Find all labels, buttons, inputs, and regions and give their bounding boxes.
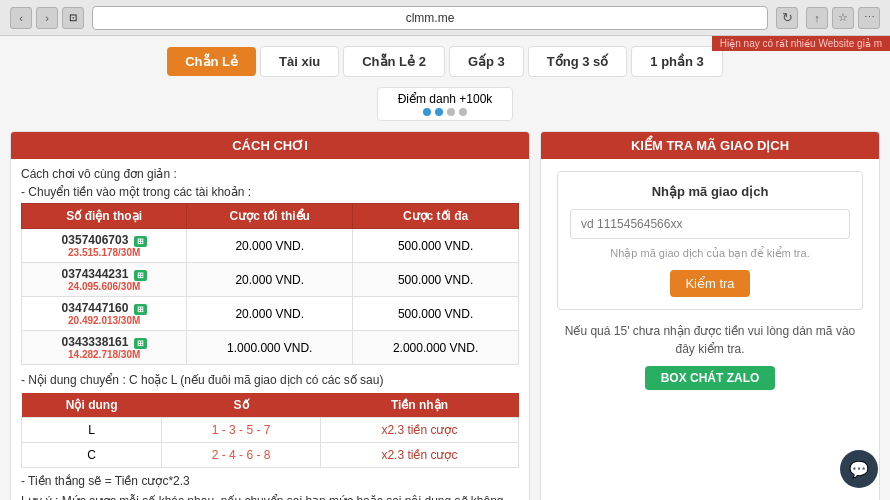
back-button[interactable]: ‹: [10, 7, 32, 29]
copy-icon-4[interactable]: ⊞: [134, 338, 147, 349]
top-banner: Hiện nay có rất nhiều Website giả m: [712, 36, 890, 51]
forward-button[interactable]: ›: [36, 7, 58, 29]
browser-chrome: ‹ › ⊡ clmm.me ↻ ↑ ☆ ⋯: [0, 0, 890, 36]
more-button[interactable]: ⋯: [858, 7, 880, 29]
phone-1: 0357406703 ⊞ 23.515.178/30M: [22, 229, 187, 263]
note-1: - Tiền thắng sẽ = Tiền cược*2.3: [21, 474, 519, 488]
content-note: - Nội dung chuyển : C hoặc L (nếu đuôi m…: [21, 373, 519, 387]
transaction-input[interactable]: [570, 209, 850, 239]
intro-2: - Chuyển tiền vào một trong các tài khoả…: [21, 185, 519, 199]
min-2: 20.000 VND.: [187, 263, 353, 297]
input-section: Nhập mã giao dịch Nhập mã giao dịch của …: [557, 171, 863, 310]
points-box: Điểm danh +100k: [377, 87, 514, 121]
dot-3: [447, 108, 455, 116]
tab-gap-3[interactable]: Gấp 3: [449, 46, 524, 77]
dot-4: [459, 108, 467, 116]
min-3: 20.000 VND.: [187, 297, 353, 331]
type-C: C: [22, 443, 162, 468]
phone-4: 0343338161 ⊞ 14.282.718/30M: [22, 331, 187, 365]
two-col-layout: CÁCH CHƠI Cách chơi vô cùng đơn giản : -…: [0, 125, 890, 500]
table-row: 0357406703 ⊞ 23.515.178/30M 20.000 VND. …: [22, 229, 519, 263]
input-hint: Nhập mã giao dịch của bạn để kiểm tra.: [570, 247, 850, 260]
copy-icon-2[interactable]: ⊞: [134, 270, 147, 281]
left-panel-header: CÁCH CHƠI: [11, 132, 529, 159]
intro-1: Cách chơi vô cùng đơn giản :: [21, 167, 519, 181]
note-2: Lưu ý : Mức cược mỗi số khác nhau, nếu c…: [21, 494, 519, 500]
col-min: Cược tối thiểu: [187, 204, 353, 229]
refresh-button[interactable]: ↻: [776, 7, 798, 29]
bookmark-button[interactable]: ☆: [832, 7, 854, 29]
min-1: 20.000 VND.: [187, 229, 353, 263]
tab-chan-le-2[interactable]: Chẵn Lẻ 2: [343, 46, 445, 77]
tab-tong-3-so[interactable]: Tổng 3 số: [528, 46, 628, 77]
tab-1-phan-3[interactable]: 1 phần 3: [631, 46, 723, 77]
zalo-button[interactable]: BOX CHÁT ZALO: [645, 366, 776, 390]
dot-2: [435, 108, 443, 116]
phone-2: 0374344231 ⊞ 24.095.606/30M: [22, 263, 187, 297]
max-1: 500.000 VND.: [353, 229, 519, 263]
col-max: Cược tối đa: [353, 204, 519, 229]
numbers-L: 1 - 3 - 5 - 7: [162, 418, 321, 443]
copy-icon-1[interactable]: ⊞: [134, 236, 147, 247]
type-L: L: [22, 418, 162, 443]
max-3: 500.000 VND.: [353, 297, 519, 331]
points-dots: [398, 108, 493, 116]
col-reward: Tiền nhận: [320, 393, 518, 418]
right-panel-header: KIỂM TRA MÃ GIAO DỊCH: [541, 132, 879, 159]
content-table: Nội dung Số Tiền nhận L 1 - 3 - 5 - 7 x2…: [21, 393, 519, 468]
points-label: Điểm danh +100k: [398, 92, 493, 106]
share-button[interactable]: ↑: [806, 7, 828, 29]
content-row: C 2 - 4 - 6 - 8 x2.3 tiền cược: [22, 443, 519, 468]
tab-chan-le[interactable]: Chẵn Lẻ: [167, 47, 256, 76]
max-2: 500.000 VND.: [353, 263, 519, 297]
main-content: Chẵn Lẻ Tài xiu Chẵn Lẻ 2 Gấp 3 Tổng 3 s…: [0, 36, 890, 500]
right-panel-body: Nhập mã giao dịch Nhập mã giao dịch của …: [541, 159, 879, 402]
tab-tai-xiu[interactable]: Tài xiu: [260, 46, 339, 77]
address-bar[interactable]: clmm.me: [92, 6, 768, 30]
max-4: 2.000.000 VND.: [353, 331, 519, 365]
right-panel: KIỂM TRA MÃ GIAO DỊCH Nhập mã giao dịch …: [540, 131, 880, 500]
points-banner: Điểm danh +100k: [0, 87, 890, 121]
chat-bubble[interactable]: 💬: [840, 450, 878, 488]
col-content: Nội dung: [22, 393, 162, 418]
window-resize-button[interactable]: ⊡: [62, 7, 84, 29]
content-row: L 1 - 3 - 5 - 7 x2.3 tiền cược: [22, 418, 519, 443]
col-number: Số: [162, 393, 321, 418]
col-phone: Số điện thoại: [22, 204, 187, 229]
left-panel: CÁCH CHƠI Cách chơi vô cùng đơn giản : -…: [10, 131, 530, 500]
copy-icon-3[interactable]: ⊞: [134, 304, 147, 315]
phone-table: Số điện thoại Cược tối thiểu Cược tối đa…: [21, 203, 519, 365]
phone-3: 0347447160 ⊞ 20.492.013/30M: [22, 297, 187, 331]
reward-L: x2.3 tiền cược: [320, 418, 518, 443]
left-panel-body: Cách chơi vô cùng đơn giản : - Chuyển ti…: [11, 159, 529, 500]
numbers-C: 2 - 4 - 6 - 8: [162, 443, 321, 468]
input-title: Nhập mã giao dịch: [570, 184, 850, 199]
table-row: 0343338161 ⊞ 14.282.718/30M 1.000.000 VN…: [22, 331, 519, 365]
reward-C: x2.3 tiền cược: [320, 443, 518, 468]
min-4: 1.000.000 VND.: [187, 331, 353, 365]
info-text: Nếu quá 15' chưa nhận được tiền vui lòng…: [557, 322, 863, 358]
table-row: 0374344231 ⊞ 24.095.606/30M 20.000 VND. …: [22, 263, 519, 297]
table-row: 0347447160 ⊞ 20.492.013/30M 20.000 VND. …: [22, 297, 519, 331]
dot-1: [423, 108, 431, 116]
check-button[interactable]: Kiểm tra: [670, 270, 750, 297]
